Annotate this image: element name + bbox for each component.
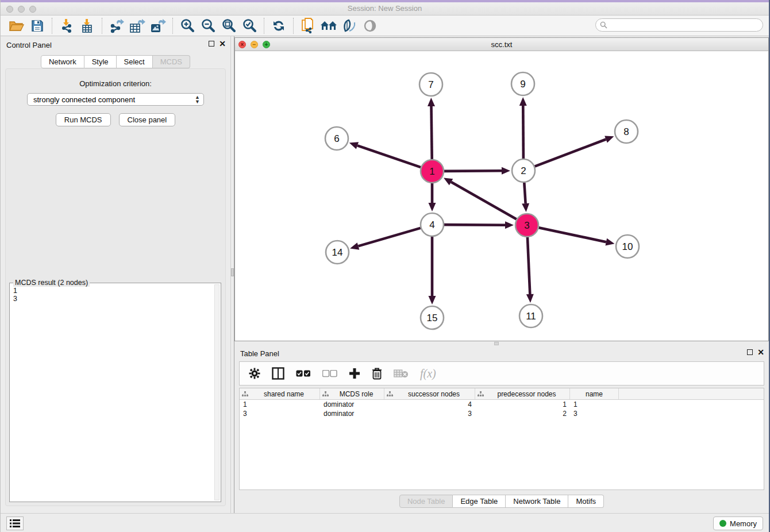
edge-2-8[interactable]: [535, 139, 606, 166]
edge-4-14[interactable]: [358, 228, 420, 246]
horizontal-splitter[interactable]: [234, 341, 769, 346]
table-cell[interactable]: 3: [570, 409, 619, 418]
node-table[interactable]: shared nameMCDS rolesuccessor nodesprede…: [239, 388, 764, 490]
column-header-predecessor-nodes[interactable]: predecessor nodes: [475, 388, 570, 399]
control-panel: Control Panel ✕ NetworkStyleSelectMCDS O…: [1, 36, 230, 513]
deselect-all-button[interactable]: [322, 370, 337, 377]
save-session-button[interactable]: [27, 17, 48, 34]
memory-button[interactable]: Memory: [713, 516, 763, 530]
window-title: Session: New Session: [1, 4, 769, 13]
splitter-grip[interactable]: [231, 268, 234, 276]
selected-criterion: strongly connected component: [33, 95, 195, 104]
table-cell[interactable]: 4: [384, 400, 475, 409]
zoom-fit-button[interactable]: [218, 17, 239, 34]
import-network-button[interactable]: [56, 17, 77, 34]
tab-network[interactable]: Network: [41, 55, 84, 68]
tab-style[interactable]: Style: [84, 55, 117, 68]
table-cell[interactable]: 1: [475, 400, 570, 409]
edge-3-10[interactable]: [539, 228, 606, 242]
network-canvas[interactable]: 7968124314101511: [235, 51, 768, 341]
column-header-name[interactable]: name: [570, 388, 619, 399]
edge-1-7[interactable]: [432, 106, 432, 159]
export-network-button[interactable]: [106, 17, 127, 34]
table-cell[interactable]: 2: [475, 409, 570, 418]
vertical-splitter[interactable]: [230, 36, 234, 513]
table-cell[interactable]: 3: [384, 409, 475, 418]
tab-mcds[interactable]: MCDS: [153, 55, 190, 68]
plus-icon: [349, 368, 360, 379]
select-all-button[interactable]: [296, 370, 311, 377]
checked-boxes-icon: [296, 370, 311, 377]
edge-2-9[interactable]: [523, 106, 523, 159]
table-cell[interactable]: 1: [570, 400, 619, 409]
memory-status-dot: [719, 520, 726, 527]
refresh-icon: [271, 18, 286, 33]
network-graph[interactable]: 7968124314101511: [235, 51, 768, 341]
function-builder-button[interactable]: f(x): [420, 367, 436, 380]
control-panel-tabs: NetworkStyleSelectMCDS: [1, 55, 230, 68]
float-panel-icon[interactable]: [209, 41, 214, 47]
edge-4-3[interactable]: [444, 225, 505, 225]
edge-1-2[interactable]: [444, 171, 502, 171]
tab-edge-table[interactable]: Edge Table: [453, 495, 506, 508]
table-row[interactable]: 1dominator411: [240, 400, 764, 409]
splitter-grip[interactable]: [494, 342, 499, 345]
edge-1-6[interactable]: [357, 145, 421, 167]
close-panel-button[interactable]: Close panel: [119, 113, 176, 126]
tab-motifs[interactable]: Motifs: [568, 495, 604, 508]
import-network-icon: [59, 18, 74, 33]
import-table-button[interactable]: [77, 17, 98, 34]
arrowhead-3-10: [605, 238, 614, 246]
search-input[interactable]: [595, 18, 763, 32]
export-image-button[interactable]: [148, 17, 168, 34]
arrowhead-2-8: [605, 136, 614, 142]
table-cell[interactable]: 3: [240, 409, 320, 418]
tab-node-table[interactable]: Node Table: [399, 495, 453, 508]
show-hide-button[interactable]: [360, 17, 380, 34]
window-titlebar: Session: New Session: [1, 2, 769, 16]
delete-table-button[interactable]: [394, 369, 409, 378]
table-row[interactable]: 3dominator323: [240, 409, 764, 418]
run-mcds-button[interactable]: Run MCDS: [56, 113, 111, 126]
list-icon: [10, 519, 20, 527]
copy-network-button[interactable]: [298, 17, 318, 34]
open-session-button[interactable]: [6, 17, 27, 34]
zoom-out-button[interactable]: [198, 17, 218, 34]
close-panel-icon[interactable]: ✕: [219, 41, 226, 47]
network-window-titlebar[interactable]: × − + scc.txt: [235, 38, 768, 51]
tab-select[interactable]: Select: [117, 55, 153, 68]
task-history-button[interactable]: [6, 516, 24, 530]
export-table-button[interactable]: [127, 17, 148, 34]
refresh-button[interactable]: [268, 17, 289, 34]
home-button[interactable]: [318, 17, 339, 34]
graphics-details-icon: [342, 19, 357, 33]
zoom-selected-button[interactable]: [239, 17, 260, 34]
column-layout-button[interactable]: [272, 367, 284, 380]
tab-network-table[interactable]: Network Table: [506, 495, 568, 508]
unchecked-boxes-icon: [322, 370, 337, 377]
chevron-up-down-icon: ▲▼: [195, 95, 200, 104]
node-label-11: 11: [526, 311, 536, 322]
settings-gear-button[interactable]: [249, 368, 260, 379]
column-header-shared-name[interactable]: shared name: [240, 388, 320, 399]
zoom-in-button[interactable]: [177, 17, 198, 34]
result-scrollbar[interactable]: [214, 284, 220, 500]
float-panel-icon[interactable]: [747, 349, 753, 355]
edge-3-11[interactable]: [528, 237, 530, 294]
node-label-1: 1: [429, 166, 434, 177]
table-cell[interactable]: 1: [240, 400, 320, 409]
delete-column-button[interactable]: [372, 368, 382, 380]
column-header-MCDS-role[interactable]: MCDS role: [320, 388, 384, 399]
toolbar-separator: [102, 18, 102, 34]
edge-3-1[interactable]: [451, 182, 517, 219]
table-cell[interactable]: dominator: [320, 409, 384, 418]
add-column-button[interactable]: [349, 368, 360, 379]
column-type-icon: [242, 391, 248, 397]
optimization-criterion-select[interactable]: strongly connected component ▲▼: [27, 93, 204, 106]
toggle-graphics-details-button[interactable]: [339, 17, 360, 34]
table-cell[interactable]: dominator: [320, 400, 384, 409]
close-panel-icon[interactable]: ✕: [757, 349, 764, 355]
edge-2-3[interactable]: [524, 183, 525, 203]
column-header-successor-nodes[interactable]: successor nodes: [384, 388, 475, 399]
toolbar-separator: [52, 18, 52, 34]
